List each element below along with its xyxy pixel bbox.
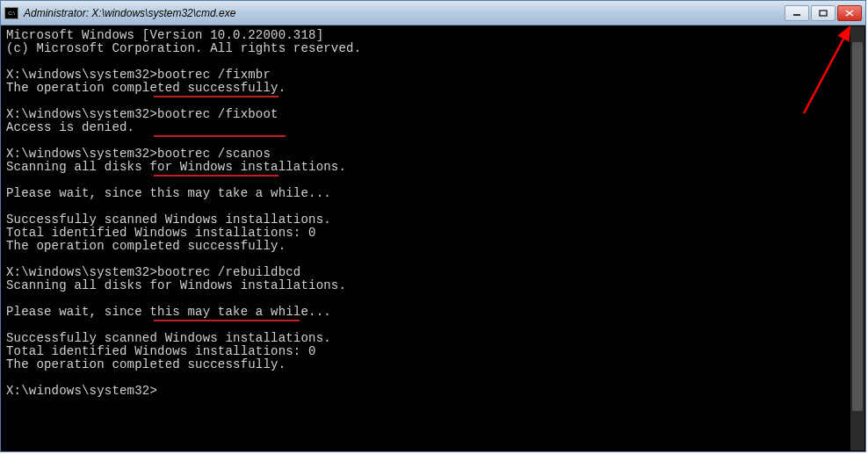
titlebar[interactable]: Administrator: X:\windows\system32\cmd.e… xyxy=(1,1,865,25)
output-line: Successfully scanned Windows installatio… xyxy=(6,213,331,227)
output-line: Scanning all disks for Windows installat… xyxy=(6,160,346,174)
annotation-underline xyxy=(154,135,286,137)
output-line: Successfully scanned Windows installatio… xyxy=(6,331,331,345)
output-line: Scanning all disks for Windows installat… xyxy=(6,278,346,292)
command-scanos: bootrec /scanos xyxy=(157,147,271,161)
maximize-button[interactable] xyxy=(811,5,835,21)
prompt: X:\windows\system32> xyxy=(6,68,157,82)
terminal-output[interactable]: Microsoft Windows [Version 10.0.22000.31… xyxy=(1,25,865,451)
output-line: Total identified Windows installations: … xyxy=(6,226,316,240)
output-line: Please wait, since this may take a while… xyxy=(6,305,331,319)
minimize-button[interactable] xyxy=(785,5,809,21)
prompt: X:\windows\system32> xyxy=(6,265,157,279)
prompt: X:\windows\system32> xyxy=(6,384,157,398)
output-line: Total identified Windows installations: … xyxy=(6,344,316,358)
close-button[interactable] xyxy=(837,5,862,21)
cmd-window: Administrator: X:\windows\system32\cmd.e… xyxy=(0,0,866,452)
prompt: X:\windows\system32> xyxy=(6,147,157,161)
minimize-icon xyxy=(792,10,801,17)
scrollbar-thumb[interactable] xyxy=(852,42,863,411)
output-line: The operation completed successfully. xyxy=(6,357,286,371)
annotation-underline xyxy=(154,96,278,97)
header-line: (c) Microsoft Corporation. All rights re… xyxy=(6,41,361,55)
maximize-icon xyxy=(819,10,828,17)
cmd-icon xyxy=(4,7,18,19)
output-line: The operation completed successfully. xyxy=(6,239,286,253)
output-line: Access is denied. xyxy=(6,120,134,134)
prompt: X:\windows\system32> xyxy=(6,107,157,121)
output-line: The operation completed successfully. xyxy=(6,81,286,95)
command-rebuildbcd: bootrec /rebuildbcd xyxy=(157,265,300,279)
output-line: Please wait, since this may take a while… xyxy=(6,186,331,200)
window-controls xyxy=(785,5,862,21)
command-fixboot: bootrec /fixboot xyxy=(157,107,278,121)
header-line: Microsoft Windows [Version 10.0.22000.31… xyxy=(6,28,323,42)
close-icon xyxy=(845,10,854,17)
command-fixmbr: bootrec /fixmbr xyxy=(157,68,271,82)
annotation-underline xyxy=(154,320,300,321)
annotation-underline xyxy=(154,175,278,177)
svg-rect-1 xyxy=(820,11,827,16)
window-title: Administrator: X:\windows\system32\cmd.e… xyxy=(24,7,785,19)
vertical-scrollbar[interactable] xyxy=(850,26,864,450)
